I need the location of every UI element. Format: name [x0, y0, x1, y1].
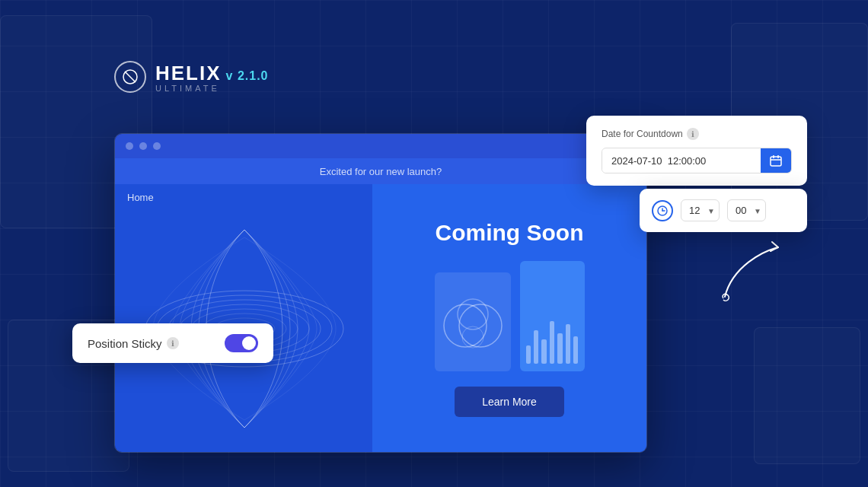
- coming-soon-title: Coming Soon: [436, 220, 584, 246]
- coming-soon-images: [435, 261, 585, 371]
- logo-text-group: HELIX v 2.1.0 ULTIMATE: [155, 62, 269, 93]
- bar-item: [566, 324, 570, 364]
- svg-line-1: [125, 72, 136, 82]
- coming-soon-area: Coming Soon: [372, 184, 646, 452]
- arrow-decoration: [717, 236, 786, 304]
- countdown-date-input[interactable]: [602, 149, 761, 173]
- bar-item: [573, 336, 578, 364]
- logo-ultimate: ULTIMATE: [155, 84, 269, 93]
- time-picker-card: 1201020304050607080910111314151617181920…: [640, 189, 807, 232]
- browser-content: Home: [115, 184, 646, 452]
- logo-helix: HELIX: [155, 62, 222, 85]
- browser-mockup: Excited for our new launch? Home: [114, 133, 647, 453]
- position-sticky-toggle[interactable]: [225, 334, 258, 352]
- bar-item: [526, 345, 531, 364]
- bar-item: [550, 321, 554, 364]
- browser-dot-3: [153, 142, 161, 150]
- minute-select[interactable]: 000510152025303540455055: [727, 199, 766, 221]
- hour-select[interactable]: 1201020304050607080910111314151617181920…: [681, 199, 720, 221]
- learn-more-button[interactable]: Learn More: [455, 387, 564, 417]
- browser-dot-2: [139, 142, 147, 150]
- minute-select-wrapper: 000510152025303540455055 ▼: [727, 199, 766, 221]
- browser-announcement: Excited for our new launch?: [115, 158, 646, 184]
- bar-item: [534, 330, 538, 364]
- countdown-calendar-button[interactable]: [761, 148, 791, 173]
- sticky-label: Position Sticky ℹ: [88, 337, 179, 350]
- hour-select-wrapper: 1201020304050607080910111314151617181920…: [681, 199, 720, 221]
- preview-card-2: [520, 261, 585, 371]
- logo-area: HELIX v 2.1.0 ULTIMATE: [114, 61, 269, 93]
- countdown-info-icon: ℹ: [687, 128, 699, 140]
- countdown-card: Date for Countdown ℹ: [586, 116, 807, 186]
- browser-dot-1: [126, 142, 133, 150]
- bar-item: [557, 333, 562, 364]
- clock-icon: [652, 200, 673, 221]
- bar-item: [541, 339, 546, 364]
- countdown-title: Date for Countdown ℹ: [602, 128, 792, 140]
- logo-icon: [114, 61, 146, 93]
- preview-card-1: [435, 272, 511, 371]
- logo-version: v 2.1.0: [226, 69, 269, 83]
- bg-decoration-4: [754, 327, 860, 464]
- bar-chart: [526, 303, 579, 364]
- preview-circles-graphic: [435, 272, 511, 371]
- position-sticky-card: Position Sticky ℹ: [72, 323, 273, 363]
- browser-topbar: [115, 134, 646, 158]
- toggle-knob: [242, 336, 256, 350]
- sticky-info-icon: ℹ: [167, 337, 179, 349]
- svg-rect-13: [771, 157, 781, 166]
- countdown-input-row: [602, 148, 792, 173]
